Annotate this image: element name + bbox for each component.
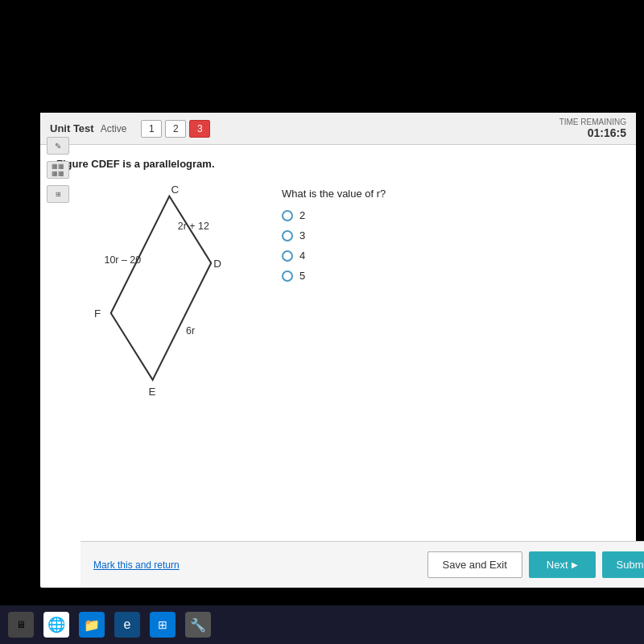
tab-1[interactable]: 1	[141, 120, 162, 138]
radio-circle-5[interactable]	[282, 270, 293, 282]
taskbar-edge-icon[interactable]: e	[114, 612, 140, 638]
svg-text:2r + 12: 2r + 12	[178, 221, 209, 232]
radio-label-2: 2	[299, 209, 305, 221]
top-bar: Unit Test Active 1 2 3 TIME REMAINING 01…	[40, 113, 636, 145]
radio-circle-2[interactable]	[282, 210, 293, 221]
time-remaining: TIME REMAINING 01:16:5	[559, 118, 626, 139]
answer-section: What is the value of r? 2 3 4	[282, 180, 620, 405]
radio-circle-3[interactable]	[282, 230, 293, 242]
svg-text:C: C	[171, 184, 179, 196]
option-5[interactable]: 5	[282, 270, 620, 282]
active-label: Active	[101, 123, 127, 134]
option-4[interactable]: 4	[282, 250, 620, 262]
radio-label-5: 5	[299, 270, 305, 282]
parallelogram-container: C D E F 2r + 12 10r – 20 6r	[56, 180, 266, 405]
screen: Unit Test Active 1 2 3 TIME REMAINING 01…	[40, 113, 636, 588]
radio-label-4: 4	[299, 250, 305, 262]
bottom-buttons: Save and Exit Next ▶ Submit	[427, 551, 644, 578]
radio-label-3: 3	[299, 229, 305, 242]
svg-text:F: F	[94, 308, 101, 320]
answer-question: What is the value of r?	[282, 188, 620, 200]
taskbar-explorer-icon[interactable]: 📁	[79, 612, 105, 638]
radio-options: 2 3 4 5	[282, 209, 620, 282]
svg-text:6r: 6r	[186, 325, 195, 336]
radio-circle-4[interactable]	[282, 250, 293, 262]
question-tabs: 1 2 3	[141, 120, 210, 138]
tab-3[interactable]: 3	[189, 120, 210, 138]
taskbar-monitor-icon[interactable]: 🖥	[8, 612, 34, 638]
submit-button[interactable]: Submit	[602, 551, 644, 578]
svg-text:D: D	[213, 258, 221, 270]
mark-return-link[interactable]: Mark this and return	[93, 559, 180, 571]
taskbar-chrome-icon[interactable]: 🌐	[43, 612, 69, 638]
bottom-bar: Mark this and return Save and Exit Next …	[80, 541, 644, 588]
save-exit-button[interactable]: Save and Exit	[427, 551, 522, 578]
pencil-icon[interactable]: ✎	[47, 137, 69, 155]
time-remaining-label: TIME REMAINING	[559, 118, 626, 126]
grid-icon[interactable]: ⊞	[47, 185, 69, 203]
main-content: Figure CDEF is a parallelogram. C D E F	[40, 145, 636, 418]
svg-text:E: E	[148, 386, 155, 398]
tab-2[interactable]: 2	[165, 120, 186, 138]
taskbar: 🖥 🌐 📁 e ⊞ 🔧	[0, 605, 644, 644]
option-3[interactable]: 3	[282, 229, 620, 242]
next-button[interactable]: Next ▶	[529, 551, 596, 578]
time-value: 01:16:5	[559, 126, 626, 139]
calculator-icon[interactable]: ▦▦▦▦	[47, 161, 69, 179]
taskbar-windows-icon[interactable]: ⊞	[150, 612, 175, 638]
option-2[interactable]: 2	[282, 209, 620, 221]
question-statement: Figure CDEF is a parallelogram.	[56, 158, 620, 170]
left-sidebar: ✎ ▦▦▦▦ ⊞	[42, 129, 74, 203]
taskbar-app-icon[interactable]: 🔧	[185, 612, 211, 638]
svg-text:10r – 20: 10r – 20	[104, 254, 141, 266]
figure-area: C D E F 2r + 12 10r – 20 6r What is the …	[56, 180, 620, 405]
